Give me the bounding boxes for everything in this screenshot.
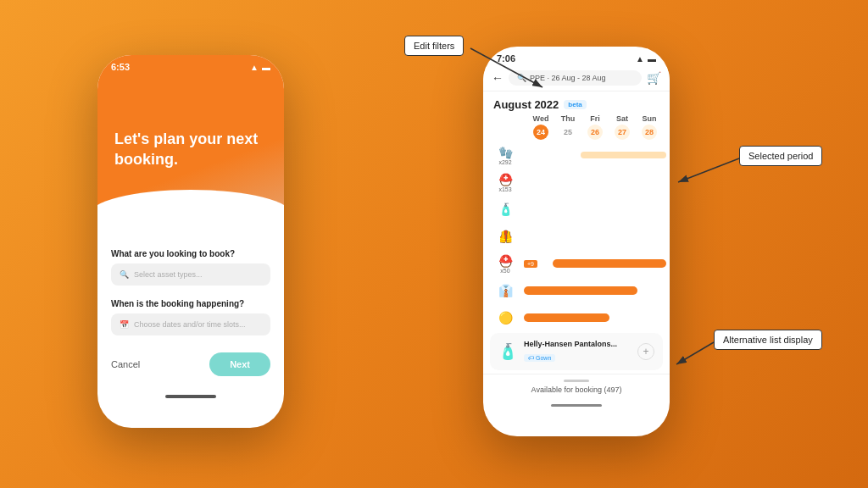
- day-col-sat: Sat 27: [609, 114, 636, 140]
- month-title: August 2022: [493, 98, 559, 111]
- calendar-icon: 📅: [120, 320, 129, 329]
- timeline-row-yellow: 🟡: [487, 306, 666, 330]
- item-info: Helly-Hansen Pantalons... 🏷 Gown: [524, 340, 631, 363]
- selected-period-callout: Selected period: [739, 146, 822, 166]
- search-chip-text: PPE · 26 Aug - 28 Aug: [530, 74, 606, 82]
- left-phone: 6:53 ▲ ▬ Let's plan your next booking. W…: [97, 55, 284, 428]
- item-icon: 🧴: [498, 342, 517, 361]
- timeline-row-bottle: 🧴: [487, 197, 666, 221]
- day-col-wed: Wed 24: [527, 114, 554, 140]
- wifi-icon: ▲: [250, 63, 259, 72]
- right-home-indicator: [483, 399, 670, 411]
- right-phone: 7:06 ▲ ▬ ← 🔍 PPE · 26 Aug - 28 Aug 🛒 Aug…: [483, 47, 670, 436]
- left-phone-content: What are you looking to book? 🔍 Select a…: [97, 224, 284, 390]
- timeline-row-hardhat: ⛑️ x50 +9: [487, 252, 666, 275]
- asset-bottle: 🧴: [487, 202, 524, 216]
- bottom-bar: Available for booking (497): [483, 374, 670, 399]
- right-status-icons: ▲ ▬: [636, 54, 656, 64]
- item-tag-label: Gown: [536, 355, 551, 361]
- timeline-row-helmet: ⛑️ x153: [487, 170, 666, 194]
- add-button[interactable]: +: [637, 343, 654, 360]
- asset-vest: 🦺: [487, 230, 524, 243]
- search-chip-icon: 🔍: [517, 74, 526, 82]
- day-col-sun: Sun 28: [636, 114, 663, 140]
- hero-section: Let's plan your next booking.: [97, 75, 284, 224]
- cart-icon[interactable]: 🛒: [647, 71, 661, 85]
- day-col-fri: Fri 26: [581, 114, 609, 140]
- svg-line-3: [676, 342, 714, 364]
- form2-label: When is the booking happening?: [111, 299, 270, 308]
- asset-helmet: ⛑️ x153: [487, 173, 524, 192]
- left-home-bar: [165, 395, 216, 398]
- asset-type-placeholder: Select asset types...: [134, 270, 203, 279]
- beta-badge: beta: [564, 100, 586, 109]
- right-battery-icon: ▬: [648, 54, 656, 64]
- right-time: 7:06: [497, 53, 515, 64]
- alt-list-label: Alternative list display: [723, 335, 813, 345]
- asset-yellow: 🟡: [487, 311, 524, 324]
- left-home-indicator: [97, 390, 284, 403]
- asset-gloves: 🧤 x292: [487, 146, 524, 165]
- next-button[interactable]: Next: [209, 352, 270, 376]
- battery-icon: ▬: [262, 63, 270, 72]
- calendar-days-header: Wed 24 Thu 25 Fri 26 Sat 27 Sun 28: [483, 114, 670, 143]
- item-name: Helly-Hansen Pantalons...: [524, 340, 631, 348]
- right-home-bar: [551, 404, 602, 407]
- bottom-divider: [564, 380, 589, 382]
- button-row: Cancel Next: [111, 352, 270, 376]
- item-card[interactable]: 🧴 Helly-Hansen Pantalons... 🏷 Gown +: [490, 333, 663, 370]
- asset-hardhat: ⛑️ x50: [487, 254, 524, 274]
- date-placeholder: Choose dates and/or time slots...: [134, 320, 246, 329]
- search-icon: 🔍: [120, 270, 129, 279]
- asset-shirt: 👔: [487, 284, 524, 297]
- timeline-row-vest: 🦺: [487, 225, 666, 248]
- search-chip[interactable]: 🔍 PPE · 26 Aug - 28 Aug: [509, 70, 642, 86]
- timeline-area: 🧤 x292 ⛑️ x153 🧴 🦺: [483, 143, 670, 330]
- hero-text: Let's plan your next booking.: [114, 130, 267, 169]
- alt-list-callout: Alternative list display: [714, 330, 822, 350]
- timeline-row-gloves: 🧤 x292: [487, 143, 666, 167]
- left-time: 6:53: [111, 62, 130, 72]
- timeline-row-shirt: 👔: [487, 279, 666, 302]
- available-text: Available for booking (497): [531, 385, 622, 394]
- left-status-bar: 6:53 ▲ ▬: [97, 55, 284, 75]
- day-col-thu: Thu 25: [554, 114, 581, 140]
- nav-bar: ← 🔍 PPE · 26 Aug - 28 Aug 🛒: [483, 67, 670, 92]
- asset-col-header: [490, 114, 527, 140]
- item-tag: 🏷 Gown: [524, 354, 555, 362]
- back-icon[interactable]: ←: [492, 71, 504, 85]
- calendar-header: August 2022 beta: [483, 92, 670, 114]
- svg-line-2: [678, 158, 739, 182]
- form1-label: What are you looking to book?: [111, 249, 270, 258]
- edit-filters-callout: Edit filters: [404, 36, 464, 56]
- right-wifi-icon: ▲: [636, 54, 644, 64]
- cancel-button[interactable]: Cancel: [111, 359, 140, 369]
- date-input[interactable]: 📅 Choose dates and/or time slots...: [111, 313, 270, 336]
- right-status-bar: 7:06 ▲ ▬: [483, 47, 670, 67]
- selected-period-label: Selected period: [748, 151, 813, 161]
- edit-filters-label: Edit filters: [414, 41, 454, 51]
- left-status-icons: ▲ ▬: [250, 63, 270, 72]
- asset-type-input[interactable]: 🔍 Select asset types...: [111, 263, 270, 286]
